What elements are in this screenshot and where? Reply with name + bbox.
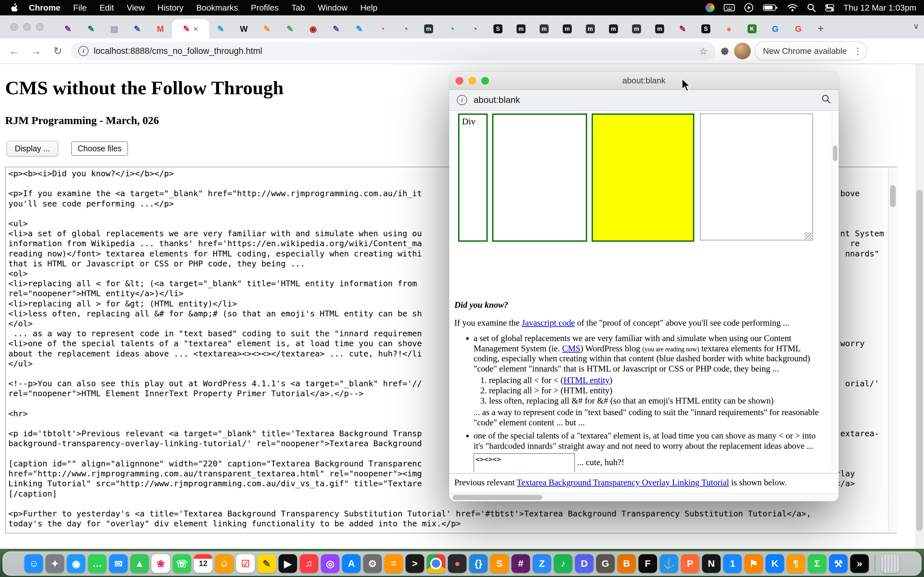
dock-app-vscode[interactable]: {} <box>469 554 488 573</box>
bookmark-star-icon[interactable]: ☆ <box>699 45 708 57</box>
dock-app-notion[interactable]: N <box>702 554 720 573</box>
dock-app-appstore[interactable]: A <box>342 554 360 573</box>
tab[interactable]: m <box>556 19 579 39</box>
textarea-scrollbar-thumb[interactable] <box>890 185 896 207</box>
window-close-button[interactable] <box>10 23 18 31</box>
dock-app-sublime[interactable]: S <box>490 554 509 573</box>
popup-urlbar[interactable]: i about:blank <box>449 90 838 111</box>
window-zoom-button[interactable] <box>36 23 44 31</box>
battery-icon[interactable] <box>762 4 778 11</box>
tab[interactable]: G <box>764 19 787 39</box>
tab[interactable]: m <box>602 19 625 39</box>
tab[interactable]: K <box>740 19 764 39</box>
dock-app-calendar[interactable]: 12 <box>194 554 212 573</box>
menu-item-chrome[interactable]: Chrome <box>23 3 67 13</box>
dock-app-trash[interactable] <box>881 554 900 573</box>
tab[interactable]: ✎ <box>671 19 694 39</box>
dock-app-docker[interactable]: ⚓ <box>660 554 678 573</box>
dock-app-postman[interactable]: P <box>681 554 699 573</box>
dock-app-launchpad[interactable]: ✦ <box>45 554 64 573</box>
dock-app-zoom[interactable]: Z <box>533 554 551 573</box>
wifi-icon[interactable] <box>787 3 798 12</box>
tab[interactable]: ✎ <box>126 19 149 39</box>
popup-site-info-icon[interactable]: i <box>457 95 467 105</box>
tab[interactable]: ✎ <box>57 19 79 39</box>
popup-textarea-small[interactable] <box>473 453 575 472</box>
popup-zoom-search-icon[interactable] <box>821 94 831 106</box>
dock-app-notes[interactable]: ✎ <box>257 554 276 573</box>
tab[interactable]: ◉ <box>302 19 325 39</box>
choose-files-button[interactable]: Choose files <box>71 141 128 156</box>
tab-close-icon[interactable]: × <box>193 24 198 34</box>
active-tab[interactable]: ✎× <box>172 19 209 39</box>
dock-app-messages[interactable]: … <box>88 554 107 573</box>
tab[interactable]: ✎ <box>278 19 302 39</box>
popup-zoom-button[interactable] <box>481 77 489 85</box>
dock-app-blender[interactable]: B <box>617 554 636 573</box>
tab-search-chevron-icon[interactable]: ∨ <box>913 22 919 31</box>
dock-app-facetime[interactable]: ☏ <box>173 554 191 573</box>
tab[interactable]: ◔ <box>463 19 486 39</box>
menu-item-bookmarks[interactable]: Bookmarks <box>190 3 244 13</box>
display-button[interactable]: Display ... <box>6 141 58 156</box>
dock-app-terminal[interactable]: > <box>405 554 424 573</box>
dock-app-xcode[interactable]: ⚒ <box>829 554 848 573</box>
dock-app-safari[interactable]: ◉ <box>67 554 86 573</box>
popup-url-text[interactable]: about:blank <box>473 95 520 105</box>
menubar-clock[interactable]: Thu 12 Mar 1:03pm <box>843 3 916 13</box>
popup-close-button[interactable] <box>456 77 463 85</box>
tab[interactable]: m <box>417 19 440 39</box>
forward-button[interactable]: → <box>27 42 45 60</box>
dock-app-discord[interactable]: D <box>575 554 594 573</box>
profile-avatar[interactable] <box>734 43 751 59</box>
dock-app-firefox[interactable]: ● <box>448 554 467 573</box>
dock-app-vlc[interactable]: ⚑ <box>744 554 763 573</box>
dock-app-1password[interactable]: 1 <box>723 554 742 573</box>
page-scrollbar-thumb[interactable] <box>916 190 923 531</box>
tab[interactable]: m <box>579 19 602 39</box>
dock-app-reminders[interactable]: ☑ <box>236 554 255 573</box>
dock-app-gimp[interactable]: G <box>596 554 615 573</box>
popup-vertical-scrollbar[interactable] <box>832 112 838 471</box>
popup-vertical-scrollbar-thumb[interactable] <box>833 145 837 161</box>
dock-app-contacts[interactable]: ☺ <box>215 554 234 573</box>
keyboard-icon[interactable] <box>724 3 735 12</box>
tab[interactable]: S <box>694 19 717 39</box>
dock-app-slack[interactable]: # <box>511 554 530 573</box>
dock-app-iterm[interactable]: » <box>850 554 869 573</box>
tab[interactable]: ✎ <box>79 19 103 39</box>
tab[interactable]: m <box>625 19 648 39</box>
popup-horizontal-scrollbar-thumb[interactable] <box>452 495 542 500</box>
dock-app-chrome[interactable] <box>427 554 445 573</box>
site-info-icon[interactable]: i <box>78 46 89 56</box>
tab[interactable]: ✎ <box>325 19 348 39</box>
dock-app-finder[interactable]: ☺ <box>24 554 43 573</box>
dock-app-keynote[interactable]: K <box>766 554 784 573</box>
tab[interactable]: ▤ <box>103 19 126 39</box>
menu-item-tab[interactable]: Tab <box>285 3 312 13</box>
dock-app-settings[interactable]: ⚙ <box>363 554 382 573</box>
menu-item-history[interactable]: History <box>151 3 190 13</box>
tab[interactable]: m <box>533 19 556 39</box>
extensions-puzzle-icon[interactable] <box>719 45 730 56</box>
menu-item-profiles[interactable]: Profiles <box>244 3 285 13</box>
tab[interactable]: m <box>648 19 671 39</box>
popup-minimize-button[interactable] <box>468 77 476 85</box>
cms-link[interactable]: CMS <box>562 343 580 353</box>
tab[interactable]: ◔ <box>440 19 463 39</box>
menu-item-window[interactable]: Window <box>311 3 354 13</box>
tab[interactable]: ● <box>717 19 740 39</box>
tab[interactable]: ✎ <box>209 19 232 39</box>
omnibox[interactable]: i localhost:8888/cms_no_follow_through.h… <box>71 42 716 60</box>
new-tab-button[interactable]: + <box>813 20 829 37</box>
play-icon[interactable] <box>744 3 754 13</box>
url-text[interactable]: localhost:8888/cms_no_follow_through.htm… <box>94 46 262 56</box>
tab[interactable]: W <box>232 19 255 39</box>
dock-app-music[interactable]: ♫ <box>300 554 318 573</box>
menubar-app-icon[interactable] <box>706 3 714 12</box>
textarea-scrollbar[interactable] <box>888 167 898 533</box>
dock-app-mail[interactable]: ✉ <box>109 554 128 573</box>
popup-horizontal-scrollbar[interactable] <box>449 493 838 501</box>
tab[interactable]: ✎ <box>255 19 278 39</box>
dock-app-maps[interactable]: ▲ <box>130 554 149 573</box>
